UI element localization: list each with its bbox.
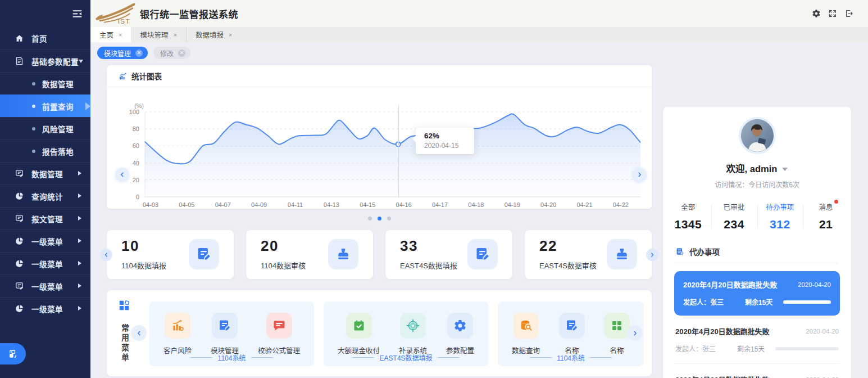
quick-menu-card: 常用菜单 客户风险 — [107, 290, 652, 376]
tab-label: 主页 — [99, 29, 113, 40]
x-axis-labels: 04-0304-0504-0704-0904-1104-1304-1504-16… — [151, 201, 621, 208]
filter-chip[interactable]: 修改 ✕ — [153, 47, 190, 59]
user-dropdown-caret-icon[interactable] — [782, 168, 788, 171]
fullscreen-icon[interactable] — [828, 9, 837, 18]
quick-menu-icon — [565, 319, 579, 332]
statistics-chart-icon — [119, 72, 127, 80]
quick-menu-items: 客户风险 模块管理 校验公式管理 — [163, 313, 300, 356]
sidebar-item-label: 一级菜单 — [31, 303, 63, 314]
chevron-right-icon — [631, 330, 639, 337]
sidebar-item[interactable]: 首页 — [0, 27, 90, 50]
todo-item[interactable]: 2020年4月20日数据跑批失败 2020-04-20 发起人：张三 剩余15天 — [674, 363, 840, 378]
todo-item[interactable]: 2020年4月20日数据跑批失败 2020-04-20 发起人：张三 剩余15天 — [674, 316, 840, 363]
tab-close-icon[interactable]: × — [119, 32, 122, 38]
quick-menu-item[interactable]: 数据查询 — [512, 313, 540, 356]
profile-stat[interactable]: 全部 1345 — [665, 201, 711, 231]
sidebar-header — [0, 0, 90, 27]
quick-menu-item[interactable]: 名称 — [559, 313, 585, 356]
app-title: 银行统一监管报送系统 — [140, 7, 238, 21]
sidebar-item[interactable]: 数据管理 — [0, 72, 90, 94]
quick-menu-item[interactable]: 参数配置 — [446, 313, 474, 356]
stat-card[interactable]: 22 EAST4S数据审核 — [525, 230, 652, 279]
bullet-dot — [32, 105, 35, 108]
sidebar-item-label: 数据管理 — [42, 78, 74, 89]
sidebar-item[interactable]: 基础参数配置 — [0, 50, 90, 72]
profile-stat-value: 21 — [803, 218, 849, 231]
sidebar-item[interactable]: 数据管理 — [0, 162, 90, 184]
stat-card[interactable]: 33 EAST4S数据填报 — [385, 230, 512, 279]
bullet-dot — [32, 150, 35, 153]
sidebar-item[interactable]: 一级菜单 — [0, 252, 90, 274]
stat-icon — [335, 246, 351, 262]
quick-menu-icon-box — [559, 313, 585, 339]
chart-prev-button[interactable] — [115, 168, 129, 182]
quick-menu-item[interactable]: 名称 — [604, 313, 630, 356]
sidebar-item-label: 一级菜单 — [31, 281, 63, 292]
welcome-row: 欢迎, admin — [663, 161, 851, 175]
sidebar-item[interactable]: 报文管理 — [0, 207, 90, 230]
theme-switch-button[interactable] — [0, 343, 26, 364]
quick-menu-item[interactable]: 模块管理 — [211, 313, 239, 356]
sidebar-item[interactable]: 一级菜单 — [0, 297, 90, 320]
visit-info: 访问情况：今日访问次数6次 — [663, 179, 851, 189]
todo-item-title: 2020年4月20日数据跑批失败 — [675, 326, 770, 336]
chart-card-header: 统计图表 — [107, 65, 652, 87]
profile-stat-value: 312 — [757, 218, 803, 231]
chevron-right-icon — [78, 216, 81, 220]
tab-close-icon[interactable]: × — [173, 32, 176, 38]
todo-header: 代办事项 — [675, 246, 839, 263]
main-area: IST 银行统一监管报送系统 主页 × 模块管理 × 数据填报 × — [90, 0, 868, 378]
page-tab[interactable]: 数据填报 × — [186, 27, 241, 42]
todo-item-remaining: 剩余15天 — [737, 344, 775, 353]
sidebar-item[interactable]: 一级菜单 — [0, 274, 90, 297]
chevron-right-icon — [649, 251, 656, 258]
quick-menu-item[interactable]: 客户风险 — [163, 313, 192, 356]
sidebar-item[interactable]: 一级菜单 — [0, 230, 90, 252]
chip-close-icon[interactable]: ✕ — [178, 50, 185, 57]
sidebar-item-label: 报告落地 — [42, 146, 74, 157]
content-area: 模块管理 ✕ 修改 ✕ 统计图表 (%) — [90, 42, 868, 378]
chart-next-button[interactable] — [633, 168, 647, 182]
quick-menu-group-label: 1104系统 — [149, 353, 314, 362]
carousel-dot[interactable] — [378, 217, 381, 220]
menu-fold-icon[interactable] — [71, 8, 83, 20]
sidebar-item-icon — [15, 214, 24, 223]
carousel-dot[interactable] — [368, 217, 372, 220]
cards-prev-button[interactable] — [100, 249, 112, 261]
profile-stat[interactable]: 消息 21 — [803, 201, 849, 231]
quick-menu-title: 常用菜单 — [119, 316, 130, 371]
todo-item[interactable]: 2020年4月20日数据跑批失败 2020-04-20 发起人：张三 剩余15天 — [674, 271, 840, 316]
chevron-right-icon — [78, 171, 81, 176]
quick-menu-next-button[interactable] — [627, 325, 643, 341]
sidebar-item[interactable]: 前置查询 — [0, 94, 90, 117]
cards-next-button[interactable] — [646, 249, 658, 261]
carousel-dot[interactable] — [387, 217, 391, 220]
quick-menu-item[interactable]: 大额现金收付 — [338, 313, 380, 356]
stat-card[interactable]: 20 1104数据审核 — [246, 230, 373, 279]
chip-close-icon[interactable]: ✕ — [135, 50, 143, 57]
sidebar-item-label: 首页 — [31, 33, 47, 44]
quick-menu-icon — [272, 319, 286, 332]
quick-menu-prev-button[interactable] — [131, 325, 147, 341]
quick-menu-item[interactable]: 补录系统 — [399, 313, 427, 356]
logout-icon[interactable] — [844, 9, 853, 18]
quick-menu-item[interactable]: 校验公式管理 — [258, 313, 300, 356]
settings-icon[interactable] — [812, 9, 821, 18]
page-tab[interactable]: 主页 × — [90, 27, 131, 42]
sidebar-item[interactable]: 风险管理 — [0, 117, 90, 140]
profile-stat[interactable]: 已审批 234 — [711, 201, 757, 231]
sidebar-item-label: 一级菜单 — [31, 236, 63, 247]
quick-menu-items: 大额现金收付 补录系统 参数配置 — [338, 313, 474, 356]
sidebar-item-label: 查询统计 — [31, 191, 63, 202]
sidebar-item[interactable]: 报告落地 — [0, 140, 90, 162]
tab-close-icon[interactable]: × — [229, 32, 232, 38]
filter-chip[interactable]: 模块管理 ✕ — [97, 47, 148, 59]
stat-card[interactable]: 10 1104数据填报 — [107, 230, 234, 279]
app-logo: IST — [94, 2, 138, 25]
avatar[interactable] — [739, 117, 776, 154]
stat-cards: 10 1104数据填报 20 1104数据审核 33 EAST4S数据填报 — [107, 230, 652, 279]
profile-stat[interactable]: 待办事项 312 — [757, 201, 803, 231]
sidebar-item[interactable]: 查询统计 — [0, 184, 90, 207]
stat-value: 20 — [261, 237, 279, 255]
page-tab[interactable]: 模块管理 × — [131, 27, 185, 42]
